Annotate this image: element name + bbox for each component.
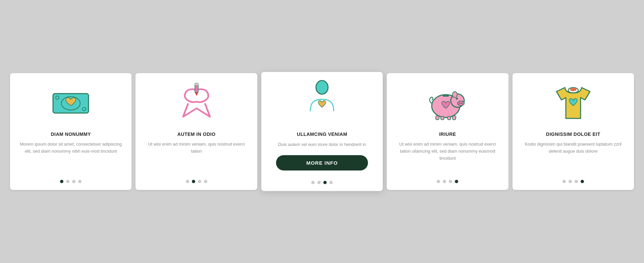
svg-marker-5 [195, 93, 198, 96]
dot-1-0 [60, 180, 63, 183]
svg-point-14 [452, 92, 457, 98]
svg-rect-6 [195, 83, 198, 85]
svg-point-13 [456, 98, 458, 100]
dot-4-3 [455, 180, 458, 183]
card-4-dots [437, 176, 458, 183]
svg-rect-15 [443, 95, 449, 97]
dot-2-1 [192, 180, 195, 183]
dot-3-1 [317, 181, 321, 184]
card-2-title: AUTEM IN ODIO [177, 132, 216, 137]
card-5-title: DIGNISSIM DOLOE EIT [546, 132, 600, 137]
svg-rect-18 [447, 116, 451, 120]
svg-point-12 [461, 103, 463, 104]
dot-4-1 [443, 180, 446, 183]
more-info-button[interactable]: MORE INFO [276, 155, 368, 170]
dot-1-3 [78, 180, 82, 183]
tshirt-icon [553, 83, 593, 123]
dot-1-2 [72, 180, 75, 183]
dot-5-0 [562, 180, 566, 183]
dot-4-0 [437, 180, 440, 183]
card-1-title: DIAM NONUMMY [51, 132, 91, 137]
card-3-text: Duis autem vel eum iriure dolor in hendr… [278, 141, 366, 148]
card-3-title: ULLAMCING VENIAM [297, 132, 347, 137]
card-3: ULLAMCING VENIAM Duis autem vel eum iriu… [261, 72, 383, 191]
card-2-text: Ut wisi enim ad minim veniam, quis nostr… [142, 141, 250, 170]
dot-3-3 [329, 181, 333, 184]
card-3-dots [311, 177, 333, 184]
svg-point-10 [458, 101, 464, 106]
dot-3-2 [323, 181, 327, 184]
dot-4-2 [449, 180, 452, 183]
svg-point-21 [570, 88, 577, 91]
dot-2-3 [204, 180, 207, 183]
card-1: DIAM NONUMMY Morem ipsum dolor sit amet,… [10, 73, 131, 190]
card-2: AUTEM IN ODIO Ut wisi enim ad minim veni… [136, 73, 257, 190]
ribbon-icon [176, 83, 217, 123]
card-5-dots [562, 176, 584, 183]
dot-5-3 [581, 180, 584, 183]
card-1-dots [60, 176, 82, 183]
dot-2-0 [186, 180, 189, 183]
person-heart-icon [302, 82, 342, 123]
money-heart-icon [51, 83, 91, 123]
dot-2-2 [198, 180, 201, 183]
card-5: DIGNISSIM DOLOE EIT Kodio dignissim qui … [513, 73, 634, 190]
card-1-text: Morem ipsum dolor sit amet, consectetuer… [17, 141, 125, 170]
card-4-title: IRIURE [439, 132, 456, 137]
card-5-text: Kodio dignissim qui blandit praesent lup… [519, 141, 627, 170]
svg-point-7 [316, 81, 328, 94]
card-2-dots [186, 176, 207, 183]
piggy-bank-icon [427, 83, 468, 123]
dot-3-0 [311, 181, 315, 184]
dot-5-2 [575, 180, 578, 183]
dot-1-1 [66, 180, 69, 183]
svg-point-11 [459, 103, 461, 104]
cards-container: DIAM NONUMMY Morem ipsum dolor sit amet,… [10, 73, 634, 190]
svg-rect-19 [452, 116, 456, 120]
svg-rect-16 [436, 116, 439, 120]
card-4: IRIURE Ut wisi enim ad minim veniam, qui… [387, 73, 508, 190]
dot-5-1 [569, 180, 572, 183]
svg-rect-17 [441, 116, 444, 120]
card-4-text: Ut wisi enim ad minim veniam, quis nostr… [393, 141, 501, 170]
